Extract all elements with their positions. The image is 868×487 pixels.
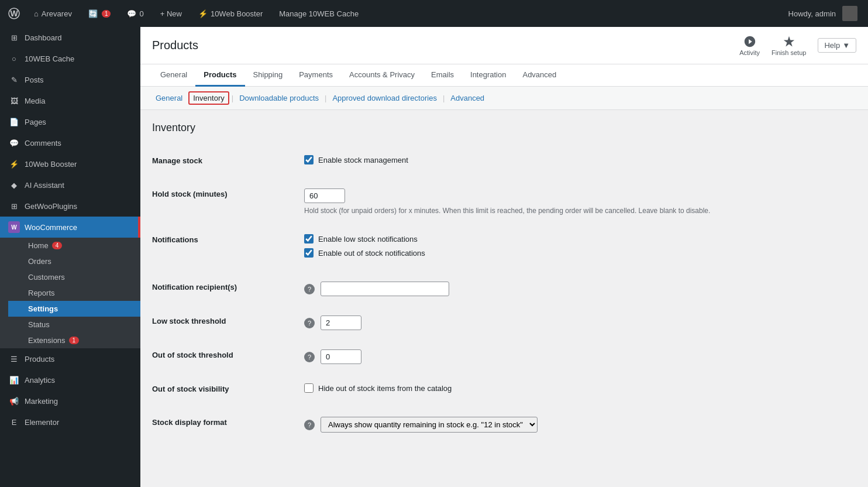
media-icon: 🖼	[8, 95, 20, 107]
out-of-stock-notification-checkbox[interactable]	[304, 248, 314, 258]
sidebar-item-tenweb[interactable]: ○ 10WEB Cache	[0, 48, 140, 69]
finish-setup-icon	[783, 35, 795, 48]
sidebar-sub-orders[interactable]: Orders	[8, 253, 140, 269]
tab-shipping[interactable]: Shipping	[245, 64, 291, 87]
stock-display-format-label: Stock display format	[152, 417, 304, 427]
out-of-stock-notification-label[interactable]: Enable out of stock notifications	[304, 248, 856, 258]
comments-icon: 💬	[8, 137, 20, 149]
low-stock-threshold-label: Low stock threshold	[152, 315, 304, 325]
activity-action[interactable]: Activity	[739, 35, 760, 56]
tab-emails[interactable]: Emails	[423, 64, 462, 87]
admin-bar: W ⌂ Arevarev 🔄 1 💬 0 + New ⚡ 10Web Boost…	[0, 0, 868, 27]
new-item[interactable]: + New	[156, 7, 187, 20]
notification-recipients-input[interactable]	[321, 282, 449, 296]
low-stock-threshold-help-icon[interactable]: ?	[304, 318, 315, 328]
low-stock-threshold-with-help: ?	[304, 315, 856, 330]
low-stock-threshold-input[interactable]	[321, 315, 361, 330]
sidebar-item-analytics[interactable]: 📊 Analytics	[0, 369, 140, 390]
sidebar-sub-home[interactable]: Home 4	[8, 238, 140, 253]
sidebar-item-getwoo[interactable]: ⊞ GetWooPlugins	[0, 196, 140, 217]
howdy-item[interactable]: Howdy, admin	[784, 4, 862, 23]
manage-stock-checkbox[interactable]	[304, 155, 314, 164]
tab-payments[interactable]: Payments	[291, 64, 341, 87]
sub-nav-sep2: |	[325, 94, 326, 102]
tab-integration[interactable]: Integration	[462, 64, 514, 87]
notification-recipients-help-icon[interactable]: ?	[304, 284, 315, 294]
notifications-field: Enable low stock notifications Enable ou…	[304, 234, 856, 262]
updates-item[interactable]: 🔄 1	[84, 7, 116, 20]
manage-stock-label: Manage stock	[152, 155, 304, 165]
sidebar-item-ai[interactable]: ◆ AI Assistant	[0, 174, 140, 196]
section-title: Inventory	[152, 122, 856, 134]
sub-nav-general[interactable]: General	[152, 92, 186, 104]
stock-display-format-help-icon[interactable]: ?	[304, 420, 315, 430]
notifications-row: Notifications Enable low stock notificat…	[152, 225, 856, 272]
hold-stock-input[interactable]	[304, 188, 345, 203]
sidebar-sub-extensions[interactable]: Extensions 1	[8, 332, 140, 348]
tab-products[interactable]: Products	[195, 64, 244, 87]
sidebar-item-woocommerce[interactable]: W WooCommerce	[0, 217, 140, 238]
marketing-icon: 📢	[8, 395, 20, 407]
tab-accounts[interactable]: Accounts & Privacy	[341, 64, 423, 87]
sidebar-sub-reports[interactable]: Reports	[8, 285, 140, 301]
sidebar-item-pages[interactable]: 📄 Pages	[0, 111, 140, 132]
low-stock-notification-checkbox[interactable]	[304, 234, 314, 244]
site-name[interactable]: ⌂ Arevarev	[29, 7, 77, 20]
sub-nav-sep1: |	[232, 94, 233, 102]
out-of-stock-threshold-label: Out of stock threshold	[152, 349, 304, 359]
woocommerce-icon: W	[8, 221, 20, 233]
out-of-stock-visibility-checkbox-label[interactable]: Hide out of stock items from the catalog	[304, 383, 856, 393]
booster-item[interactable]: ⚡ 10Web Booster	[194, 7, 267, 20]
notification-recipients-label: Notification recipient(s)	[152, 282, 304, 291]
sidebar-sub-customers[interactable]: Customers	[8, 269, 140, 285]
content-area: Products Activity Finish setup Help ▼ Ge…	[140, 27, 868, 487]
notification-recipients-with-help: ?	[304, 282, 856, 296]
sidebar-item-marketing[interactable]: 📢 Marketing	[0, 390, 140, 411]
comments-item[interactable]: 💬 0	[122, 7, 148, 20]
sidebar-item-comments[interactable]: 💬 Comments	[0, 132, 140, 153]
out-of-stock-threshold-with-help: ?	[304, 349, 856, 364]
tenweb-icon: ○	[8, 53, 20, 64]
out-of-stock-threshold-help-icon[interactable]: ?	[304, 352, 315, 362]
posts-icon: ✎	[8, 74, 20, 85]
settings-content: Inventory Manage stock Enable stock mana…	[140, 110, 868, 487]
tab-advanced[interactable]: Advanced	[514, 64, 564, 87]
tab-general[interactable]: General	[152, 64, 195, 87]
stock-display-format-row: Stock display format ? Always show quant…	[152, 407, 856, 442]
sidebar-item-elementor[interactable]: E Elementor	[0, 411, 140, 433]
sidebar-item-dashboard[interactable]: ⊞ Dashboard	[0, 27, 140, 48]
out-of-stock-visibility-field: Hide out of stock items from the catalog	[304, 383, 856, 397]
wp-logo[interactable]: W	[6, 5, 22, 22]
out-of-stock-visibility-label: Out of stock visibility	[152, 383, 304, 393]
low-stock-notification-label[interactable]: Enable low stock notifications	[304, 234, 856, 244]
stock-display-format-select[interactable]: Always show quantity remaining in stock …	[321, 417, 538, 433]
sub-nav-inventory[interactable]: Inventory	[188, 91, 229, 105]
sub-nav-approved[interactable]: Approved download directories	[329, 92, 440, 104]
notifications-label: Notifications	[152, 234, 304, 244]
analytics-icon: 📊	[8, 374, 20, 386]
sidebar-item-posts[interactable]: ✎ Posts	[0, 69, 140, 90]
low-stock-threshold-row: Low stock threshold ?	[152, 306, 856, 340]
sidebar-item-booster[interactable]: ⚡ 10Web Booster	[0, 153, 140, 174]
out-of-stock-visibility-checkbox[interactable]	[304, 383, 314, 393]
elementor-icon: E	[8, 416, 20, 428]
finish-setup-action[interactable]: Finish setup	[771, 35, 806, 56]
sub-nav-downloadable[interactable]: Downloadable products	[236, 92, 322, 104]
avatar	[842, 6, 857, 21]
manage-stock-checkbox-label[interactable]: Enable stock management	[304, 155, 856, 164]
manage-stock-field: Enable stock management	[304, 155, 856, 169]
hold-stock-label: Hold stock (minutes)	[152, 188, 304, 198]
sidebar-item-products[interactable]: ☰ Products	[0, 348, 140, 369]
out-of-stock-threshold-field: ?	[304, 349, 856, 364]
getwoo-icon: ⊞	[8, 200, 20, 212]
sub-nav-advanced[interactable]: Advanced	[447, 92, 488, 104]
out-of-stock-threshold-input[interactable]	[321, 349, 361, 364]
booster-icon: ⚡	[8, 158, 20, 170]
cache-item[interactable]: Manage 10WEB Cache	[274, 7, 363, 20]
sidebar-sub-settings[interactable]: Settings	[8, 301, 140, 317]
help-button[interactable]: Help ▼	[818, 38, 856, 53]
sidebar-item-media[interactable]: 🖼 Media	[0, 90, 140, 111]
out-of-stock-threshold-row: Out of stock threshold ?	[152, 340, 856, 374]
sidebar-sub-status[interactable]: Status	[8, 317, 140, 332]
stock-display-format-field: ? Always show quantity remaining in stoc…	[304, 417, 856, 433]
